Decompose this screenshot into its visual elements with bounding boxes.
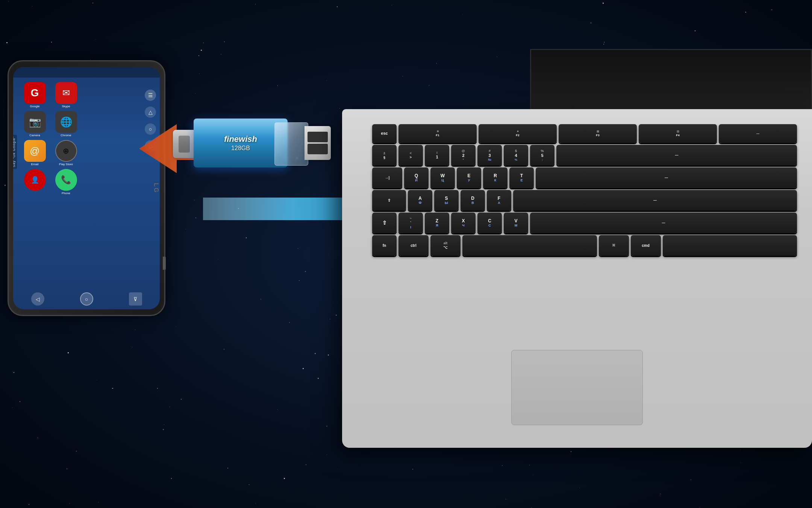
key-w-cyr: Ц <box>441 178 444 183</box>
key-2-main: 2 <box>462 153 464 158</box>
app-label-gmail: Email <box>31 163 38 166</box>
key-modifiers-more <box>663 235 797 256</box>
key-r-cyr: К <box>494 178 497 183</box>
usb-right-housing <box>274 122 308 166</box>
usb-connector-left <box>173 130 195 158</box>
key-5-main: 5 <box>541 153 543 158</box>
key-qwerty-more: — <box>536 167 797 188</box>
usb-connector-right <box>304 126 331 160</box>
app-label-skype: Skype <box>62 105 70 108</box>
key-tilde-top: ± <box>383 151 385 155</box>
key-esc-label: esc <box>381 131 388 136</box>
key-3-sub: № <box>488 158 491 162</box>
key-cmd-left: ⌘ <box>599 235 629 256</box>
key-v: V М <box>504 213 528 233</box>
key-capslock: ⇧ <box>372 190 406 211</box>
key-backtick-cyr: I <box>410 225 411 230</box>
phone-status-bar <box>13 67 160 78</box>
key-e: E У <box>457 167 481 188</box>
usb-port-inner-top <box>308 132 328 142</box>
key-e-main: E <box>467 173 470 178</box>
app-social: 👤 <box>21 169 49 195</box>
laptop-deck: esc ☀ F1 ✦ F2 ⊞ F3 ⊟ F4 — <box>342 109 812 448</box>
key-tilde: ± § <box>372 145 397 166</box>
key-1: ! 1 <box>425 145 449 166</box>
key-v-main: V <box>514 218 517 224</box>
key-x-cyr: Ч <box>462 224 464 228</box>
usb-drive: finewish 128GB <box>173 113 331 177</box>
key-x: X Ч <box>451 213 476 233</box>
usb-connector-left-port <box>179 135 190 152</box>
key-r: R К <box>483 167 508 188</box>
usb-brand-name: finewish <box>224 134 257 144</box>
key-f5: — <box>719 124 797 143</box>
keyboard-row-fn: esc ☀ F1 ✦ F2 ⊞ F3 ⊟ F4 — <box>372 124 797 143</box>
key-z-main: Z <box>436 218 438 224</box>
key-fn-label: fn <box>383 243 386 248</box>
keyboard: esc ☀ F1 ✦ F2 ⊞ F3 ⊟ F4 — <box>372 124 797 258</box>
usb-body: finewish 128GB <box>194 119 288 167</box>
app-icon-phone: 📞 <box>55 169 77 191</box>
key-asdf-more: — <box>513 190 797 211</box>
key-backtick-top: ~ <box>410 216 412 221</box>
key-f4-top: ⊟ <box>677 130 679 134</box>
key-lt-top: < <box>410 151 412 155</box>
keyboard-row-zxcv: ⇧ ~ ` I Z Я X Ч C С <box>372 213 797 233</box>
app-grid: G Google ✉ Skype 📷 Camera 🌐 Chrome <box>19 80 82 197</box>
key-d-main: D <box>471 196 474 201</box>
phone-screen: Say "Ok Google" G Google ✉ Skype 📷 Camer… <box>13 67 160 309</box>
app-icon-chrome: 🌐 <box>55 111 77 133</box>
key-f: F А <box>487 190 511 211</box>
key-f1-top: ☀ <box>436 130 439 134</box>
usb-port-inner-bottom <box>308 144 328 154</box>
key-more-numbers: — <box>556 145 797 166</box>
phone-nav-back: ◁ <box>31 292 44 306</box>
app-label-phone: Phone <box>62 192 70 195</box>
key-4: $ 4 % <box>504 145 528 166</box>
key-tab-label: →| <box>385 176 390 180</box>
app-phone: 📞 Phone <box>52 169 80 195</box>
key-1-top: ! <box>436 151 438 155</box>
key-z: Z Я <box>425 213 449 233</box>
key-tilde-main: § <box>383 155 385 160</box>
key-f5-label: — <box>756 132 759 135</box>
key-z-cyr: Я <box>436 224 438 228</box>
key-3-top: # <box>489 149 491 153</box>
key-lt-main: > <box>410 155 412 160</box>
key-a-cyr: Ф <box>419 201 422 205</box>
key-lt: < > <box>398 145 423 166</box>
phone-sidebar-icon-2: △ <box>145 106 156 118</box>
phone-brand-label: LG <box>153 183 159 193</box>
key-space <box>462 235 597 256</box>
phone-nav-home: ○ <box>80 292 93 306</box>
phone-sidebar-icon-1: ☰ <box>145 90 156 101</box>
app-camera: 📷 Camera <box>21 111 49 137</box>
key-shift-left: ⇧ <box>372 213 397 233</box>
key-t-main: T <box>520 173 523 178</box>
key-f-main: F <box>498 196 500 201</box>
key-c-main: C <box>488 218 491 224</box>
key-capslock-label: ⇧ <box>388 198 391 203</box>
usb-brand-text: finewish 128GB <box>224 134 257 152</box>
key-qwerty-more-label: — <box>665 176 668 180</box>
key-4-main: 4 <box>515 153 517 158</box>
key-w: W Ц <box>430 167 455 188</box>
key-backtick: ~ ` I <box>398 213 423 233</box>
key-5-sub: : <box>542 158 543 162</box>
app-chrome: 🌐 Chrome <box>52 111 80 137</box>
keyboard-row-numbers: ± § < > ! 1 @ 2 " # 3 <box>372 145 797 166</box>
phone-button-volume <box>163 257 166 270</box>
app-label-chrome: Chrome <box>61 134 71 137</box>
app-label-google: Google <box>30 105 40 108</box>
app-playstore: ⊕ Play Store <box>52 140 80 166</box>
key-1-main: 1 <box>436 155 438 160</box>
key-f2-label: F2 <box>516 134 519 137</box>
key-f2: ✦ F2 <box>479 124 557 143</box>
key-d: D В <box>461 190 485 211</box>
key-t-cyr: Е <box>520 178 523 183</box>
key-f1: ☀ F1 <box>398 124 477 143</box>
key-e-cyr: У <box>468 178 470 183</box>
phone-nav-recent: ⊽ <box>129 292 142 306</box>
key-q: Q Й <box>404 167 429 188</box>
key-4-top: $ <box>515 149 517 153</box>
